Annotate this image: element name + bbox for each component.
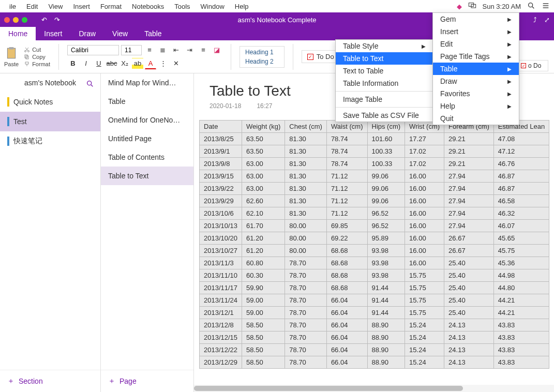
table-cell[interactable]: 78.70: [285, 331, 327, 344]
font-select[interactable]: Calibri: [67, 45, 119, 55]
table-cell[interactable]: 100.33: [367, 145, 405, 158]
table-cell[interactable]: 16.00: [405, 195, 444, 207]
table-cell[interactable]: 78.70: [285, 257, 327, 269]
table-cell[interactable]: 78.70: [285, 282, 327, 294]
table-cell[interactable]: 81.30: [285, 170, 327, 183]
menu-item[interactable]: Page Title Tags▶: [433, 50, 519, 63]
gem-icon[interactable]: ◆: [457, 3, 462, 10]
menu-item[interactable]: Table▶: [433, 63, 519, 75]
table-cell[interactable]: 15.24: [405, 344, 444, 356]
table-cell[interactable]: 44.98: [493, 269, 549, 282]
table-cell[interactable]: 81.30: [285, 207, 327, 220]
table-cell[interactable]: 68.68: [326, 269, 367, 282]
table-row[interactable]: 2013/11/2459.0078.7066.0491.4415.7525.40…: [200, 294, 549, 307]
tab-draw[interactable]: Draw: [70, 27, 104, 40]
table-cell[interactable]: 78.70: [285, 356, 327, 369]
numbering-icon[interactable]: ≣: [157, 44, 169, 56]
table-cell[interactable]: 58.50: [242, 319, 285, 331]
table-cell[interactable]: 99.06: [367, 195, 405, 207]
table-cell[interactable]: 46.58: [493, 195, 549, 207]
table-cell[interactable]: 68.68: [326, 282, 367, 294]
table-cell[interactable]: 2013/12/22: [200, 344, 242, 356]
undo-icon[interactable]: ↶: [41, 16, 47, 24]
table-row[interactable]: 2013/9/163.5081.3078.74100.3317.0229.214…: [200, 145, 549, 158]
table-cell[interactable]: 26.67: [444, 232, 494, 245]
subscript-button[interactable]: X₂: [119, 58, 130, 69]
table-row[interactable]: 2013/9/2962.6081.3071.1299.0616.0027.944…: [200, 195, 549, 207]
table-cell[interactable]: 81.30: [285, 133, 327, 145]
table-header[interactable]: Chest (cm): [285, 120, 327, 133]
table-cell[interactable]: 59.90: [242, 282, 285, 294]
table-cell[interactable]: 99.06: [367, 170, 405, 183]
table-cell[interactable]: 66.04: [326, 356, 367, 369]
add-section-button[interactable]: ＋Section: [0, 370, 100, 392]
menu-view[interactable]: View: [43, 3, 68, 10]
table-cell[interactable]: 47.08: [493, 133, 549, 145]
page-item[interactable]: Table of Contents: [101, 148, 193, 167]
table-cell[interactable]: 46.87: [493, 183, 549, 195]
table-cell[interactable]: 81.30: [285, 145, 327, 158]
menu-item[interactable]: Quit: [433, 112, 519, 125]
table-cell[interactable]: 26.67: [444, 245, 494, 257]
bullets-icon[interactable]: ≡: [144, 44, 155, 56]
table-cell[interactable]: 88.90: [367, 331, 405, 344]
table-cell[interactable]: 16.00: [405, 257, 444, 269]
table-row[interactable]: 2013/12/858.5078.7066.0488.9015.2424.134…: [200, 319, 549, 331]
table-cell[interactable]: 78.74: [326, 158, 367, 170]
table-cell[interactable]: 63.00: [242, 170, 285, 183]
align-icon[interactable]: ≡: [198, 44, 209, 56]
table-cell[interactable]: 93.98: [367, 257, 405, 269]
table-cell[interactable]: 44.80: [493, 282, 549, 294]
spotlight-icon[interactable]: [527, 2, 535, 11]
table-cell[interactable]: 2013/12/8: [200, 319, 242, 331]
table-cell[interactable]: 78.70: [285, 269, 327, 282]
table-row[interactable]: 2013/12/2958.5078.7066.0488.9015.2424.13…: [200, 356, 549, 369]
indent-icon[interactable]: ⇥: [184, 44, 196, 56]
heading1-style[interactable]: Heading 1: [245, 49, 274, 56]
menu-item[interactable]: Insert▶: [433, 25, 519, 38]
table-header[interactable]: Waist (cm): [326, 120, 367, 133]
paste-button[interactable]: Paste: [4, 47, 19, 67]
table-cell[interactable]: 66.04: [326, 307, 367, 319]
display-icon[interactable]: [468, 2, 476, 11]
table-cell[interactable]: 17.02: [405, 158, 444, 170]
table-cell[interactable]: 17.27: [405, 133, 444, 145]
table-cell[interactable]: 44.21: [493, 307, 549, 319]
table-cell[interactable]: 81.30: [285, 195, 327, 207]
table-cell[interactable]: 27.94: [444, 183, 494, 195]
table-cell[interactable]: 2013/11/24: [200, 294, 242, 307]
table-cell[interactable]: 15.24: [405, 356, 444, 369]
table-cell[interactable]: 2013/9/22: [200, 183, 242, 195]
table-cell[interactable]: 16.00: [405, 207, 444, 220]
table-cell[interactable]: 78.70: [285, 319, 327, 331]
outdent-icon[interactable]: ⇤: [171, 44, 182, 56]
table-cell[interactable]: 71.12: [326, 207, 367, 220]
table-row[interactable]: 2013/10/662.1081.3071.1296.5216.0027.944…: [200, 207, 549, 220]
add-page-button[interactable]: ＋Page: [101, 370, 193, 392]
table-row[interactable]: 2013/10/2761.2080.0068.6893.9816.0026.67…: [200, 245, 549, 257]
table-cell[interactable]: 78.70: [285, 344, 327, 356]
table-cell[interactable]: 91.44: [367, 294, 405, 307]
table-cell[interactable]: 24.13: [444, 331, 494, 344]
heading2-style[interactable]: Heading 2: [245, 58, 274, 65]
table-cell[interactable]: 45.36: [493, 257, 549, 269]
table-cell[interactable]: 27.94: [444, 207, 494, 220]
eraser-icon[interactable]: ◪: [211, 44, 222, 56]
table-cell[interactable]: 27.94: [444, 195, 494, 207]
table-row[interactable]: 2013/11/1759.9078.7068.6891.4415.7525.40…: [200, 282, 549, 294]
table-cell[interactable]: 27.94: [444, 220, 494, 232]
table-cell[interactable]: 88.90: [367, 344, 405, 356]
table-row[interactable]: 2013/10/1361.7080.0069.8596.5216.0027.94…: [200, 220, 549, 232]
table-cell[interactable]: 25.40: [444, 269, 494, 282]
page-item[interactable]: Mind Map for Wind…: [101, 73, 193, 92]
table-cell[interactable]: 66.04: [326, 319, 367, 331]
table-cell[interactable]: 68.68: [326, 257, 367, 269]
table-cell[interactable]: 81.30: [285, 158, 327, 170]
table-cell[interactable]: 27.94: [444, 170, 494, 183]
table-cell[interactable]: 2013/12/15: [200, 331, 242, 344]
table-cell[interactable]: 15.75: [405, 294, 444, 307]
traffic-lights[interactable]: [4, 17, 27, 23]
fullscreen-icon[interactable]: ⤢: [544, 16, 550, 24]
menu-item[interactable]: Draw▶: [433, 75, 519, 87]
table-row[interactable]: 2013/9/1563.0081.3071.1299.0616.0027.944…: [200, 170, 549, 183]
